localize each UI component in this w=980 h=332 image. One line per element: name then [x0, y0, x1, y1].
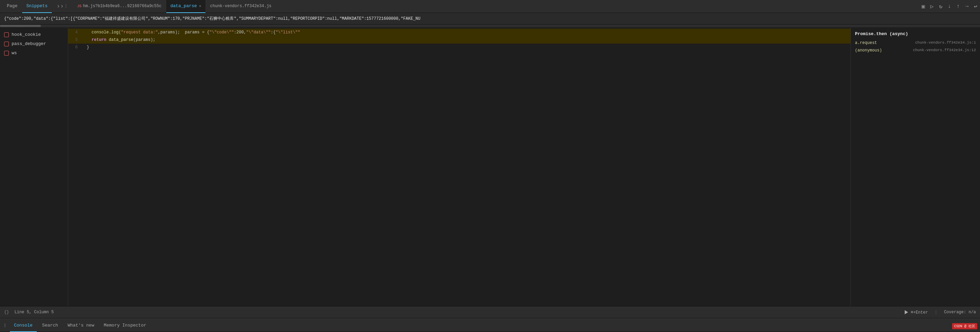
csdn-badge: CSDN @ 社区	[952, 323, 977, 329]
reload-icon[interactable]: ↻	[939, 3, 942, 10]
console-tab-search[interactable]: Search	[38, 319, 62, 332]
status-divider: |	[935, 310, 937, 314]
file-icon-pass-debugger	[4, 42, 9, 46]
tab-data-parse-label: data_parse	[170, 3, 197, 8]
run-play-icon[interactable]	[905, 310, 908, 314]
line-content-5: return data_parse(params);	[82, 36, 851, 44]
divider-icon: ⁝	[65, 3, 67, 10]
sidebar-item-pass-debugger[interactable]: pass_debugger	[0, 39, 68, 48]
call-stack-panel: Promise.then (async) a.request chunk-ven…	[851, 27, 980, 306]
sidebar-item-hook-cookie[interactable]: hook_cookie	[0, 30, 68, 39]
tab-snippets[interactable]: Snippets	[22, 0, 51, 13]
tab-hmjs-label: hm.js?b1b4b9ea6...92160766a9c55c	[83, 4, 161, 8]
call-stack-entry-0[interactable]: a.request chunk-vendors.ff342e34.js:1	[855, 41, 976, 45]
code-lines: 4 console.log("request data:",params); p…	[68, 27, 851, 53]
play-icon[interactable]: ▷	[930, 3, 934, 10]
status-line-col: Line 5, Column 5	[14, 310, 54, 314]
download-icon[interactable]: ↓	[948, 3, 951, 10]
tab-page[interactable]: Page	[3, 0, 21, 13]
call-stack-fn-0: a.request	[855, 41, 877, 45]
tab-close-icon[interactable]: ✕	[199, 4, 201, 8]
console-tab-label-2: What's new	[67, 323, 94, 328]
forward-icon[interactable]: →	[965, 3, 969, 10]
upload-icon[interactable]: ↑	[956, 3, 960, 10]
tab-snippets-label: Snippets	[26, 3, 48, 8]
tab-chunk-vendors[interactable]: chunk-vendors.ff342e34.js	[206, 0, 276, 13]
response-text: {"code":200,"data":{"list":[{"CORPNAME":…	[4, 16, 420, 21]
horizontal-scrollbar[interactable]	[0, 24, 980, 27]
tab-chunk-vendors-label: chunk-vendors.ff342e34.js	[210, 4, 272, 8]
sidebar-label-pass-debugger: pass_debugger	[11, 41, 46, 46]
call-stack-title: Promise.then (async)	[855, 31, 976, 37]
main-layout: hook_cookie pass_debugger ws 4 console.l…	[0, 27, 980, 306]
tab-page-label: Page	[7, 3, 18, 8]
drawer-icon[interactable]: ▣	[922, 3, 925, 10]
console-section: ⁝ Console Search What's new Memory Inspe…	[0, 318, 980, 332]
sidebar-label-ws: ws	[11, 51, 17, 56]
sidebar-item-ws[interactable]: ws	[0, 48, 68, 57]
code-line-5: 5 return data_parse(params);	[68, 36, 851, 44]
console-tab-label-3: Memory Inspector	[103, 323, 146, 328]
console-tab-whatsnew[interactable]: What's new	[64, 319, 98, 332]
call-stack-fn-1: (anonymous)	[855, 48, 882, 53]
response-bar: {"code":200,"data":{"list":[{"CORPNAME":…	[0, 13, 980, 24]
js-file-icon: JS	[77, 4, 81, 8]
console-dots-icon[interactable]: ⁝	[4, 322, 6, 329]
tab-data-parse[interactable]: data_parse ✕	[166, 0, 205, 13]
coverage-label: Coverage: n/a	[944, 310, 976, 314]
call-stack-entry-1[interactable]: (anonymous) chunk-vendors.ff342e34.js:12	[855, 48, 976, 53]
code-line-6: 6 }	[68, 44, 851, 51]
line-content-4: console.log("request data:",params); par…	[82, 29, 851, 36]
run-label: ⌘+Enter	[911, 310, 928, 315]
console-tabs: ⁝ Console Search What's new Memory Inspe…	[0, 319, 980, 332]
console-tab-label-0: Console	[14, 323, 33, 328]
line-number-5: 5	[68, 36, 82, 44]
more-icon: ››	[57, 3, 64, 10]
tab-hmjs[interactable]: JS hm.js?b1b4b9ea6...92160766a9c55c	[73, 0, 165, 13]
scroll-thumb[interactable]	[0, 25, 41, 27]
console-tab-memory[interactable]: Memory Inspector	[100, 319, 150, 332]
console-tab-label-1: Search	[42, 323, 58, 328]
console-tab-console[interactable]: Console	[10, 319, 37, 332]
call-stack-file-0: chunk-vendors.ff342e34.js:1	[915, 41, 976, 45]
file-icon-ws	[4, 51, 9, 56]
tab-more[interactable]: ›› ⁝	[52, 0, 73, 13]
run-section: ⌘+Enter | Coverage: n/a	[905, 310, 976, 315]
file-icon-hook-cookie	[4, 32, 9, 37]
line-number-4: 4	[68, 29, 82, 36]
code-line-4: 4 console.log("request data:",params); p…	[68, 29, 851, 36]
line-content-6: }	[82, 44, 851, 51]
tab-toolbar: ▣ ▷ ↻ ↓ ↑ → ↩	[922, 3, 977, 10]
sidebar-label-hook-cookie: hook_cookie	[11, 32, 41, 37]
tab-bar: Page Snippets ›› ⁝ JS hm.js?b1b4b9ea6...…	[0, 0, 980, 13]
status-bar: {} Line 5, Column 5 ⌘+Enter | Coverage: …	[0, 306, 980, 318]
call-stack-file-1: chunk-vendors.ff342e34.js:12	[913, 48, 976, 52]
line-number-6: 6	[68, 44, 82, 51]
undo-icon[interactable]: ↩	[974, 3, 977, 10]
code-editor[interactable]: 4 console.log("request data:",params); p…	[68, 27, 851, 306]
sidebar: hook_cookie pass_debugger ws	[0, 27, 68, 306]
curly-braces-icon: {}	[4, 310, 9, 314]
